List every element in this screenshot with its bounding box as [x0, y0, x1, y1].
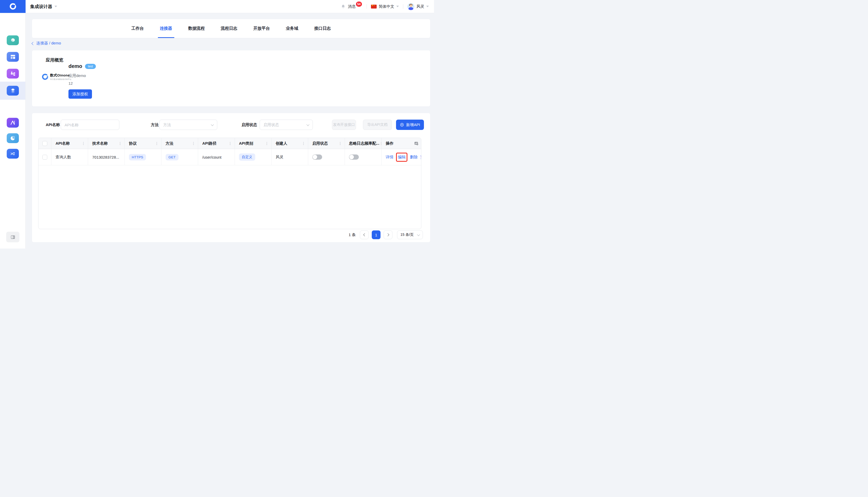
- chevron-down-icon: [396, 6, 399, 7]
- tab-dataflow[interactable]: 数据流程: [186, 19, 207, 38]
- sidebar-item-layout[interactable]: [7, 52, 19, 62]
- collapse-sidebar-icon: [10, 234, 16, 240]
- pagination: 1 条 1 15 条/页: [348, 230, 423, 239]
- chevron-down-icon: [417, 233, 420, 236]
- add-authorization-button[interactable]: 添加授权: [69, 89, 92, 99]
- protocol-badge: HTTPS: [129, 154, 146, 160]
- back-chevron-icon: [31, 42, 35, 45]
- plus-circle-icon: [400, 123, 404, 127]
- tab-flow-logs[interactable]: 流程日志: [219, 19, 240, 38]
- row-checkbox[interactable]: [42, 155, 47, 160]
- column-menu-icon[interactable]: ⋮: [228, 142, 232, 145]
- tab-api-logs[interactable]: 接口日志: [312, 19, 333, 38]
- table-row: 查询人数 70130283728... HTTPS GET /user/coun…: [39, 149, 421, 165]
- messages-count-badge: 54: [356, 2, 362, 7]
- add-api-button[interactable]: 新增API: [396, 119, 424, 130]
- ignore-log-toggle[interactable]: [349, 155, 359, 160]
- method-filter-select[interactable]: 方法: [159, 119, 217, 130]
- oinone-logo-icon: [9, 3, 16, 10]
- shuffle-icon: [10, 151, 16, 157]
- select-all-checkbox[interactable]: [42, 141, 47, 146]
- china-flag-icon: [371, 5, 376, 9]
- api-name-filter-input[interactable]: [61, 119, 119, 130]
- sidebar-item-analytics[interactable]: [7, 133, 19, 143]
- messages-button[interactable]: 消息 54: [348, 4, 356, 9]
- app-count: 12: [69, 81, 96, 85]
- chevron-down-icon: [307, 123, 309, 126]
- tech-name-cell: 70130283728...: [92, 155, 119, 159]
- prev-page-button[interactable]: [360, 230, 369, 239]
- tab-connector[interactable]: 连接器: [158, 19, 174, 38]
- column-menu-icon[interactable]: ⋮: [118, 142, 122, 145]
- chevron-down-icon: [55, 6, 57, 7]
- ai-icon: [10, 119, 16, 126]
- layout-icon: [10, 54, 16, 60]
- tab-workbench[interactable]: 工作台: [129, 19, 146, 38]
- module-tabs: 工作台 连接器 数据流程 流程日志 开放平台 业务域 接口日志: [32, 19, 430, 38]
- app-logo: 数式Oinone 专注复杂场景的低代码平台: [42, 73, 72, 81]
- api-list-card: API名称 方法 方法 启用状态 启用状态 发布开放接口 导出API文档 新增A…: [32, 113, 430, 242]
- api-path-cell: /user/count: [202, 155, 222, 159]
- divider: [367, 4, 367, 9]
- export-api-doc-button[interactable]: 导出API文档: [363, 119, 392, 130]
- breadcrumb-path: 连接器 / demo: [37, 41, 61, 46]
- breadcrumb[interactable]: 连接器 / demo: [32, 41, 61, 46]
- cube-icon: [10, 37, 16, 43]
- brand-logo[interactable]: [0, 0, 26, 13]
- tab-open-platform[interactable]: 开放平台: [251, 19, 272, 38]
- delete-link[interactable]: 删除: [410, 155, 418, 160]
- language-switcher[interactable]: 简体中文: [371, 4, 399, 9]
- column-menu-icon[interactable]: ⋮: [192, 142, 195, 145]
- language-label: 简体中文: [379, 4, 394, 9]
- current-page[interactable]: 1: [372, 230, 381, 239]
- sidebar-item-workflow[interactable]: [7, 69, 19, 79]
- header-right: 消息 54 简体中文 风灵: [341, 3, 434, 10]
- status-filter-select[interactable]: 启用状态: [260, 119, 313, 130]
- module-tabs-card: 工作台 连接器 数据流程 流程日志 开放平台 业务域 接口日志: [32, 19, 430, 38]
- chevron-down-icon: [426, 6, 429, 7]
- edit-link[interactable]: 编辑: [398, 155, 405, 159]
- sidebar-item-integration-active[interactable]: [7, 86, 19, 96]
- column-menu-icon[interactable]: ⋮: [82, 142, 85, 145]
- table-settings-icon[interactable]: [414, 141, 418, 146]
- app-info: demo test 应用demo 12 添加授权: [69, 63, 96, 99]
- api-table: API名称⋮ 技术名称⋮ 协议⋮ 方法⋮ API路径⋮ API类别⋮ 创建人⋮ …: [38, 138, 421, 229]
- app-title-menu[interactable]: 集成设计器: [30, 4, 57, 10]
- top-header: 集成设计器 消息 54 简体中文 风灵: [0, 0, 434, 13]
- row-actions: 详情 编辑 删除 更多: [382, 149, 421, 165]
- user-menu[interactable]: 风灵: [408, 3, 429, 10]
- more-link[interactable]: 更多: [420, 155, 421, 160]
- column-menu-icon[interactable]: ⋮: [302, 142, 305, 145]
- chevron-down-icon: [211, 123, 214, 126]
- publish-open-api-button[interactable]: 发布开放接口: [332, 119, 356, 130]
- layers-icon: [10, 88, 16, 94]
- page-size-select[interactable]: 15 条/页: [397, 230, 423, 239]
- collapse-sidebar-button[interactable]: [6, 232, 19, 242]
- column-menu-icon[interactable]: ⋮: [155, 142, 159, 145]
- next-page-button[interactable]: [384, 230, 393, 239]
- api-name-filter-label: API名称: [46, 119, 60, 130]
- method-badge: GET: [166, 154, 179, 160]
- sidebar-item-cube[interactable]: [7, 36, 19, 45]
- username: 风灵: [416, 4, 424, 9]
- chevron-left-icon: [363, 233, 366, 236]
- sidebar-item-ai[interactable]: [7, 118, 19, 128]
- app-sidebar: [0, 13, 26, 248]
- column-menu-icon[interactable]: ⋮: [380, 142, 382, 145]
- column-menu-icon[interactable]: ⋮: [338, 142, 342, 145]
- sidebar-item-dataflow[interactable]: [7, 149, 19, 159]
- chevron-right-icon: [386, 233, 389, 236]
- messages-label: 消息: [348, 4, 356, 9]
- creator-cell: 风灵: [276, 155, 283, 160]
- enabled-toggle[interactable]: [312, 155, 322, 160]
- app-title: 集成设计器: [30, 4, 52, 10]
- detail-link[interactable]: 详情: [386, 155, 394, 160]
- env-badge: test: [85, 64, 96, 69]
- tab-business-domain[interactable]: 业务域: [284, 19, 300, 38]
- pie-chart-icon: [10, 135, 16, 141]
- method-filter-label: 方法: [151, 119, 159, 130]
- bell-icon[interactable]: [341, 4, 346, 9]
- api-name-cell: 查询人数: [56, 155, 71, 160]
- oinone-logo-icon: [42, 73, 48, 80]
- column-menu-icon[interactable]: ⋮: [265, 142, 269, 145]
